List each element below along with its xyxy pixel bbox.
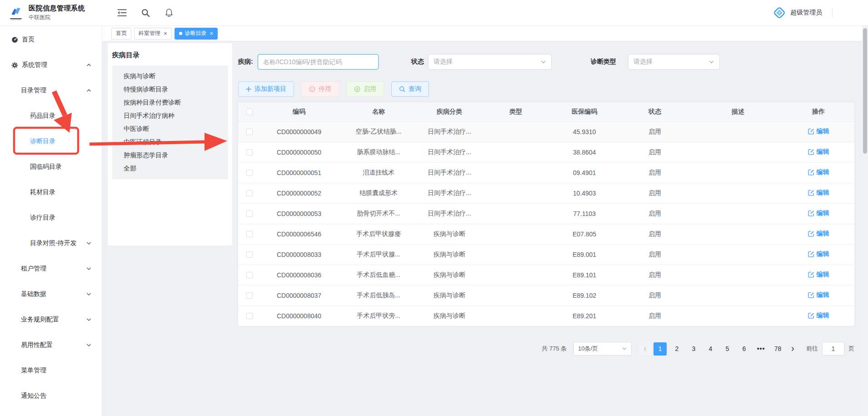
sidebar-item-诊疗目录[interactable]: 诊疗目录 [0,205,102,231]
page-number-2[interactable]: 2 [670,342,683,356]
query-button[interactable]: 查询 [391,81,429,97]
row-checkbox[interactable] [246,129,253,135]
cell-status: 启用 [616,183,693,203]
sidebar-item-药品目录[interactable]: 药品目录 [0,103,102,129]
row-checkbox[interactable] [246,251,253,258]
scrollbar-thumb[interactable] [863,28,867,154]
sidebar-item-首页[interactable]: 首页 [0,27,102,52]
scrollbar-track[interactable] [862,26,868,416]
sidebar-item-易用性配置[interactable]: 易用性配置 [0,332,102,358]
row-checkbox[interactable] [246,170,253,176]
edit-icon [808,128,814,135]
sidebar-item-label: 目录对照-待开发 [30,239,77,247]
edit-row-button[interactable]: 编辑 [808,168,829,176]
cell-status: 启用 [616,121,693,142]
search-icon[interactable] [140,8,150,18]
page-number-4[interactable]: 4 [704,342,717,356]
edit-row-button[interactable]: 编辑 [808,311,829,320]
sidebar-item-租户管理[interactable]: 租户管理 [0,256,102,281]
sidebar-item-业务规则配置[interactable]: 业务规则配置 [0,307,102,332]
page-number-78[interactable]: 78 [771,342,784,356]
catalog-item-中医诊断[interactable]: 中医诊断 [112,122,228,135]
edit-row-button[interactable]: 编辑 [808,189,829,197]
select-all-checkbox[interactable] [246,109,253,115]
column-header-名称: 名称 [337,102,420,121]
sidebar-item-label: 国临码目录 [30,163,62,171]
catalog-item-中医证候目录[interactable]: 中医证候目录 [112,135,228,149]
cell-description [693,142,783,162]
page-size-select[interactable]: 10条/页 [574,342,632,356]
more-pages-icon[interactable]: ••• [754,342,768,356]
edit-icon [808,231,814,237]
sidebar-item-目录对照-待开发[interactable]: 目录对照-待开发 [0,231,102,256]
tab-诊断目录[interactable]: 诊断目录× [175,28,218,40]
edit-icon [808,169,814,175]
cell-category: 日间手术治疗... [420,162,479,183]
cell-description [693,183,783,203]
catalog-item-疾病与诊断[interactable]: 疾病与诊断 [112,70,228,83]
chevron-up-icon [86,88,92,94]
sidebar-item-基础数据[interactable]: 基础数据 [0,281,102,307]
catalog-item-肿瘤形态学目录[interactable]: 肿瘤形态学目录 [112,149,228,162]
cell-category: 疾病与诊断 [420,306,479,326]
catalog-item-全部[interactable]: 全部 [112,162,228,175]
sidebar-item-国临码目录[interactable]: 国临码目录 [0,154,102,180]
tab-首页[interactable]: 首页 [111,28,131,40]
sidebar-item-耗材目录[interactable]: 耗材目录 [0,180,102,205]
cell-insurance-code: 09.4901 [553,162,616,183]
enable-button[interactable]: 启用 [346,81,384,97]
row-checkbox[interactable] [246,272,253,278]
row-checkbox[interactable] [246,231,253,237]
action-toolbar: 添加新项目 停用 启用 查询 [238,81,854,97]
row-checkbox[interactable] [246,313,253,319]
table-row: CD0000008033手术后甲状腺...疾病与诊断E89.001启用编辑 [238,244,854,265]
edit-row-button[interactable]: 编辑 [808,271,829,279]
prev-page-button[interactable] [639,342,652,356]
add-item-button[interactable]: 添加新项目 [238,81,294,97]
row-checkbox[interactable] [246,211,253,217]
edit-label: 编辑 [817,168,829,176]
edit-row-button[interactable]: 编辑 [808,209,829,217]
cell-type [479,203,553,224]
sidebar-item-诊断目录[interactable]: 诊断目录 [0,129,102,154]
goto-page-input[interactable] [822,342,844,356]
cell-status: 启用 [616,203,693,224]
close-icon[interactable]: × [164,30,167,36]
diagnosis-type-select[interactable]: 请选择 [628,54,720,70]
sidebar-item-目录管理[interactable]: 目录管理 [0,78,102,103]
edit-row-button[interactable]: 编辑 [808,291,829,299]
total-count-label: 共 775 条 [542,345,567,353]
cell-category: 疾病与诊断 [420,244,479,265]
edit-row-button[interactable]: 编辑 [808,127,829,135]
close-icon[interactable]: × [210,30,214,36]
edit-row-button[interactable]: 编辑 [808,250,829,258]
menu-fold-icon[interactable] [117,8,127,18]
page-number-6[interactable]: 6 [738,342,751,356]
user-menu[interactable]: 超级管理员 [773,6,833,20]
tab-科室管理[interactable]: 科室管理× [134,28,172,40]
edit-row-button[interactable]: 编辑 [808,230,829,238]
bell-icon[interactable] [164,8,174,18]
row-checkbox[interactable] [246,292,253,299]
catalog-item-日间手术治疗病种[interactable]: 日间手术治疗病种 [112,109,228,122]
sidebar-item-菜单管理[interactable]: 菜单管理 [0,358,102,383]
cell-code: CD0000008036 [261,265,337,285]
catalog-item-特慢病诊断目录[interactable]: 特慢病诊断目录 [112,83,228,96]
page-number-3[interactable]: 3 [687,342,700,356]
row-checkbox[interactable] [246,149,253,155]
row-checkbox[interactable] [246,190,253,196]
status-select[interactable]: 请选择 [428,54,552,70]
sidebar-item-系统管理[interactable]: 系统管理 [0,52,102,78]
page-number-5[interactable]: 5 [721,342,734,356]
sidebar-item-label: 通知公告 [21,392,46,400]
cell-description [693,224,783,244]
cell-type [479,285,553,306]
disable-button[interactable]: 停用 [301,81,339,97]
next-page-button[interactable] [786,342,799,356]
catalog-item-按病种目录付费诊断[interactable]: 按病种目录付费诊断 [112,96,228,109]
sidebar-item-label: 诊断目录 [30,137,55,145]
disease-search-input[interactable] [258,54,379,70]
edit-row-button[interactable]: 编辑 [808,148,829,156]
sidebar-item-通知公告[interactable]: 通知公告 [0,383,102,409]
page-number-1[interactable]: 1 [653,342,667,356]
